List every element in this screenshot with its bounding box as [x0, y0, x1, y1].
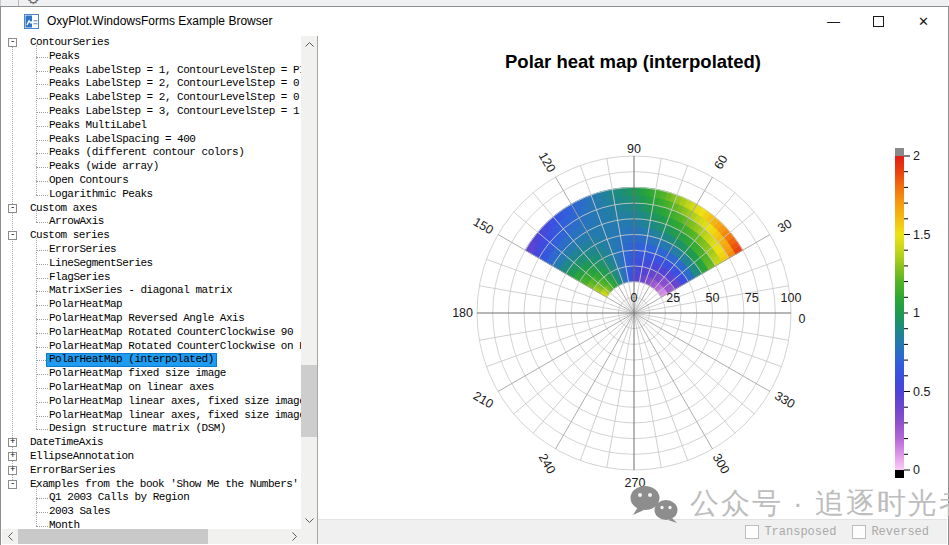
tree-item[interactable]: +ErrorBarSeries — [2, 464, 300, 478]
tree-item-label[interactable]: PolarHeatMap Reversed Angle Axis — [49, 312, 244, 326]
tree-item-label[interactable]: Custom axes — [30, 202, 97, 216]
tree-item-label[interactable]: Peaks LabelSpacing = 400 — [49, 133, 195, 147]
tree-item-label[interactable]: 2003 Sales — [49, 505, 110, 519]
tree-item-label[interactable]: PolarHeatMap Rotated CounterClockwise on… — [49, 340, 301, 354]
tree-item-label[interactable]: Peaks LabelStep = 2, ContourLevelStep = … — [49, 77, 301, 91]
tree-item-label[interactable]: PolarHeatMap on linear axes — [49, 381, 214, 395]
title-bar[interactable]: OxyPlot.WindowsForms Example Browser — ✕ — [1, 7, 946, 35]
scroll-down-arrow-icon[interactable] — [301, 512, 317, 529]
tree-item[interactable]: 2003 Sales — [2, 505, 300, 519]
tree-item-label[interactable]: Examples from the book 'Show Me the Numb… — [30, 478, 298, 492]
tree-item[interactable]: +DateTimeAxis — [2, 436, 300, 450]
tree-item[interactable]: Peaks LabelStep = 2, ContourLevelStep = … — [2, 91, 300, 105]
tree-item[interactable]: Peaks — [2, 50, 300, 64]
collapse-toggle-icon[interactable]: - — [8, 231, 17, 240]
tree-item-label[interactable]: Peaks LabelStep = 1, ContourLevelStep = … — [49, 64, 301, 78]
tree-item[interactable]: Peaks LabelStep = 3, ContourLevelStep = … — [2, 105, 300, 119]
tree-item-label[interactable]: FlagSeries — [49, 271, 110, 285]
minimize-button[interactable]: — — [811, 7, 856, 35]
tree-item-label[interactable]: PolarHeatMap (interpolated) — [46, 353, 217, 367]
tree-item-label[interactable]: ContourSeries — [30, 36, 109, 50]
tree-item[interactable]: MatrixSeries - diagonal matrix — [2, 284, 300, 298]
expand-toggle-icon[interactable]: + — [8, 438, 17, 447]
tree-item[interactable]: PolarHeatMap — [2, 298, 300, 312]
tree-vertical-scrollbar[interactable] — [301, 36, 317, 529]
tree-item-label[interactable]: Open Contours — [49, 174, 128, 188]
tree-item[interactable]: LineSegmentSeries — [2, 257, 300, 271]
expand-toggle-icon[interactable]: + — [8, 466, 17, 475]
tree-item-label[interactable]: PolarHeatMap linear axes, fixed size ima… — [49, 409, 301, 423]
checkbox-icon[interactable] — [745, 525, 759, 539]
tree-item-label[interactable]: PolarHeatMap — [49, 298, 122, 312]
horizontal-scroll-thumb[interactable] — [18, 529, 208, 544]
tree-item-label[interactable]: MatrixSeries - diagonal matrix — [49, 284, 232, 298]
tree-item-label[interactable]: Logarithmic Peaks — [49, 188, 153, 202]
scroll-up-arrow-icon[interactable] — [301, 36, 317, 53]
tree-item-label[interactable]: Peaks MultiLabel — [49, 119, 147, 133]
collapse-toggle-icon[interactable]: - — [8, 38, 17, 47]
collapse-toggle-icon[interactable]: - — [8, 204, 17, 213]
tree-item-label[interactable]: ArrowAxis — [49, 215, 104, 229]
tree-item[interactable]: PolarHeatMap on linear axes — [2, 381, 300, 395]
tree-item[interactable]: PolarHeatMap fixed size image — [2, 367, 300, 381]
example-tree[interactable]: -ContourSeriesPeaksPeaks LabelStep = 1, … — [2, 36, 301, 529]
tree-item[interactable]: Peaks (wide array) — [2, 160, 300, 174]
color-axis: 00.511.52 — [895, 148, 930, 478]
scroll-right-arrow-icon[interactable] — [286, 529, 302, 544]
tree-item-label[interactable]: PolarHeatMap fixed size image — [49, 367, 226, 381]
tree-item-label[interactable]: Peaks LabelStep = 2, ContourLevelStep = … — [49, 91, 301, 105]
tree-item[interactable]: Logarithmic Peaks — [2, 188, 300, 202]
tree-item[interactable]: PolarHeatMap (interpolated) — [2, 353, 300, 367]
tree-item-label[interactable]: Q1 2003 Calls by Region — [49, 491, 189, 505]
tree-item-label[interactable]: DateTimeAxis — [30, 436, 103, 450]
tree-item-label[interactable]: Month — [49, 519, 80, 529]
tree-item[interactable]: Design structure matrix (DSM) — [2, 422, 300, 436]
tree-item[interactable]: ArrowAxis — [2, 215, 300, 229]
tree-item[interactable]: +EllipseAnnotation — [2, 450, 300, 464]
tree-item[interactable]: FlagSeries — [2, 271, 300, 285]
tree-item[interactable]: -ContourSeries — [2, 36, 300, 50]
plot-view[interactable]: Polar heat map (interpolated) 0306090120… — [318, 36, 948, 519]
tree-item-label[interactable]: Peaks (different contour colors) — [49, 146, 244, 160]
maximize-button[interactable] — [856, 7, 901, 35]
tree-item[interactable]: ErrorSeries — [2, 243, 300, 257]
checkbox-icon[interactable] — [852, 525, 866, 539]
tree-item[interactable]: Open Contours — [2, 174, 300, 188]
tree-item[interactable]: PolarHeatMap linear axes, fixed size ima… — [2, 395, 300, 409]
reversed-checkbox[interactable]: Reversed — [852, 525, 929, 539]
tree-item[interactable]: Q1 2003 Calls by Region — [2, 491, 300, 505]
expand-toggle-icon[interactable]: + — [8, 452, 17, 461]
collapse-toggle-icon[interactable]: - — [8, 480, 17, 489]
svg-text:100: 100 — [781, 291, 802, 305]
tree-item-label[interactable]: Peaks — [49, 50, 80, 64]
tree-item-label[interactable]: Peaks (wide array) — [49, 160, 159, 174]
tree-item-label[interactable]: ErrorSeries — [49, 243, 116, 257]
tree-item-label[interactable]: Design structure matrix (DSM) — [49, 422, 226, 436]
tree-item[interactable]: -Custom series — [2, 229, 300, 243]
tree-item[interactable]: Peaks LabelSpacing = 400 — [2, 133, 300, 147]
tree-item[interactable]: Month — [2, 519, 300, 529]
tree-item-label[interactable]: PolarHeatMap Rotated CounterClockwise 90 — [49, 326, 293, 340]
tree-item[interactable]: Peaks (different contour colors) — [2, 146, 300, 160]
svg-text:1.5: 1.5 — [913, 228, 930, 242]
tree-item[interactable]: -Examples from the book 'Show Me the Num… — [2, 478, 300, 492]
vertical-scroll-thumb[interactable] — [301, 365, 317, 437]
tree-horizontal-scrollbar[interactable] — [2, 529, 302, 544]
transposed-checkbox[interactable]: Transposed — [745, 525, 836, 539]
tree-item[interactable]: Peaks LabelStep = 2, ContourLevelStep = … — [2, 77, 300, 91]
tree-item-label[interactable]: PolarHeatMap linear axes, fixed size ima… — [49, 395, 301, 409]
tree-item[interactable]: Peaks MultiLabel — [2, 119, 300, 133]
tree-item-label[interactable]: Peaks LabelStep = 3, ContourLevelStep = … — [49, 105, 299, 119]
close-button[interactable]: ✕ — [901, 7, 946, 35]
tree-item[interactable]: PolarHeatMap Rotated CounterClockwise on… — [2, 340, 300, 354]
tree-item-label[interactable]: LineSegmentSeries — [49, 257, 153, 271]
tree-item[interactable]: -Custom axes — [2, 202, 300, 216]
tree-item[interactable]: PolarHeatMap linear axes, fixed size ima… — [2, 409, 300, 423]
tree-item[interactable]: PolarHeatMap Rotated CounterClockwise 90 — [2, 326, 300, 340]
tree-item-label[interactable]: Custom series — [30, 229, 109, 243]
tree-item-label[interactable]: EllipseAnnotation — [30, 450, 134, 464]
scroll-left-arrow-icon[interactable] — [2, 529, 18, 544]
tree-item-label[interactable]: ErrorBarSeries — [30, 464, 115, 478]
tree-item[interactable]: Peaks LabelStep = 1, ContourLevelStep = … — [2, 64, 300, 78]
tree-item[interactable]: PolarHeatMap Reversed Angle Axis — [2, 312, 300, 326]
